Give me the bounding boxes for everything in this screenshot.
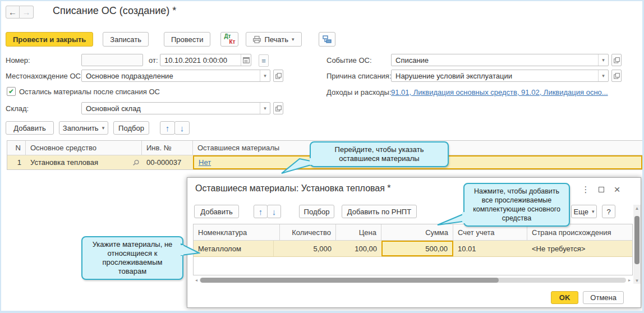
warehouse-combo[interactable]: Основной склад ▾ [81,102,270,114]
cell-inventory-number[interactable]: 00-000037 [142,155,193,169]
chevron-down-icon: ▾ [264,105,266,111]
dt-kt-button[interactable]: Дт Кт [220,32,238,47]
cell-price[interactable]: 100,00 [336,241,381,256]
chevron-down-icon: ▾ [292,36,295,42]
remaining-materials-link[interactable]: Нет [199,158,211,167]
cell-asset[interactable]: Установка тепловая [26,155,142,169]
dropdown-button[interactable]: ▾ [598,70,608,81]
close-button[interactable]: × [611,184,623,195]
income-expense-link[interactable]: 91.01, Ликвидация основных средств, 91.0… [391,88,608,96]
cell-account[interactable]: 10.01 [453,241,527,256]
check-icon: ✔ [8,88,14,95]
move-up-button[interactable]: ↑ [160,121,175,135]
cell-country[interactable]: <Не требуется> [527,241,632,256]
dialog-title: Оставшиеся материалы: Установка тепловая… [195,183,391,194]
menu-icon: ≡ [261,57,266,65]
post-and-close-button[interactable]: Провести и закрыть [6,32,93,47]
more-label: Еще [574,208,588,216]
event-combo[interactable]: Списание ▾ [391,54,609,66]
more-button[interactable]: Еще ▾ [571,205,597,218]
dropdown-button[interactable]: ▾ [260,103,270,114]
kebab-icon: ⋮ [582,185,590,195]
materials-remain-checkbox[interactable]: ✔ [7,87,16,96]
horizontal-scrollbar[interactable]: ◂ ▸ [193,277,633,284]
event-open-button[interactable] [611,54,622,66]
date-menu-button[interactable]: ≡ [259,54,269,67]
arrow-up-icon: ↑ [165,123,170,133]
table-row[interactable]: Металлолом 5,000 100,00 500,00 10.01 <Не… [194,240,632,257]
dialog-pick-button[interactable]: Подбор [299,205,334,218]
column-header-country[interactable]: Страна происхождения [527,224,632,240]
reason-open-button[interactable] [611,70,622,82]
post-button[interactable]: Провести [164,32,211,47]
magnifier-icon[interactable] [132,159,140,166]
fill-label: Заполнить [63,124,99,132]
scrollbar-thumb[interactable] [634,216,640,264]
dropdown-button[interactable]: ▾ [598,54,608,66]
print-button[interactable]: Печать ▾ [246,32,301,47]
open-icon [614,57,620,63]
materials-table-header: Номенклатура Количество Цена Сумма Счет … [194,224,632,240]
forward-button[interactable]: → [20,6,34,19]
column-header-inv[interactable]: Инв. № [142,141,193,155]
materials-remain-label: Остались материалы после списания ОС [19,88,160,96]
save-button[interactable]: Записать [103,32,149,47]
scroll-right-icon[interactable]: ▸ [626,278,633,283]
maximize-icon [599,187,604,192]
income-expense-label: Доходы и расходы: [326,88,392,96]
vertical-scrollbar[interactable]: ▲ ▼ [633,205,641,284]
number-input[interactable] [81,54,143,66]
help-button[interactable]: ? [602,205,615,218]
column-header-account[interactable]: Счет учета [453,224,527,240]
location-open-button[interactable] [273,70,283,82]
move-down-button[interactable]: ↓ [174,121,190,135]
nav-history-group: ← → [6,6,34,19]
scrollbar-thumb[interactable] [200,278,499,283]
cell-sum[interactable]: 500,00 [381,241,453,256]
location-label: Местонахождение ОС: [6,72,83,80]
print-label: Печать [264,35,288,44]
maximize-button[interactable] [596,184,607,195]
dialog-move-up-button[interactable]: ↑ [254,205,268,218]
add-row-button[interactable]: Добавить [6,121,54,135]
date-input[interactable]: 10.10.2021 0:00:00 [160,54,251,66]
chevron-down-icon: ▾ [602,73,605,79]
column-header-n[interactable]: N [7,141,26,155]
calendar-button[interactable] [241,54,251,66]
dialog-footer: OK Отмена [551,291,624,304]
reason-combo[interactable]: Нарушение условий эксплуатации ▾ [391,70,609,82]
cell-nomenclature-extra[interactable] [273,241,280,256]
column-header-sum[interactable]: Сумма [381,224,453,240]
location-combo[interactable]: Основное подразделение ▾ [81,70,270,82]
scrollbar-track[interactable] [200,278,626,283]
warehouse-open-button[interactable] [273,102,283,114]
fill-button[interactable]: Заполнить ▾ [59,121,108,135]
cell-quantity[interactable]: 5,000 [280,241,336,256]
dialog-add-button[interactable]: Добавить [194,205,239,218]
pick-button[interactable]: Подбор [113,121,149,135]
dialog-move-down-button[interactable]: ↓ [267,205,281,218]
chevron-down-icon: ▾ [602,57,605,63]
back-button[interactable]: ← [6,6,20,19]
scroll-up-icon[interactable]: ▲ [633,205,641,211]
date-label: от: [149,56,158,65]
dropdown-button[interactable]: ▾ [260,70,270,81]
scroll-left-icon[interactable]: ◂ [193,278,200,283]
column-header-price[interactable]: Цена [336,224,381,240]
arrow-down-icon: ↓ [180,123,185,133]
column-header-asset[interactable]: Основное средство [26,141,142,155]
tooltip-tail [436,211,469,227]
ok-button[interactable]: OK [551,291,579,304]
related-documents-button[interactable] [319,32,335,47]
more-menu-button[interactable]: ⋮ [580,184,591,195]
column-header-quantity[interactable]: Количество [280,224,336,240]
scroll-down-icon[interactable]: ▼ [633,277,641,284]
add-by-rnpt-button[interactable]: Добавить по РНПТ [342,205,417,218]
main-toolbar: Провести и закрыть Записать Провести Дт … [6,32,335,47]
open-icon [614,73,620,79]
cell-nomenclature[interactable]: Металлолом [194,241,273,256]
column-header-nomenclature[interactable]: Номенклатура [194,224,280,240]
cell-row-number[interactable]: 1 [7,155,26,169]
back-icon: ← [8,7,17,17]
cancel-button[interactable]: Отмена [583,291,624,304]
